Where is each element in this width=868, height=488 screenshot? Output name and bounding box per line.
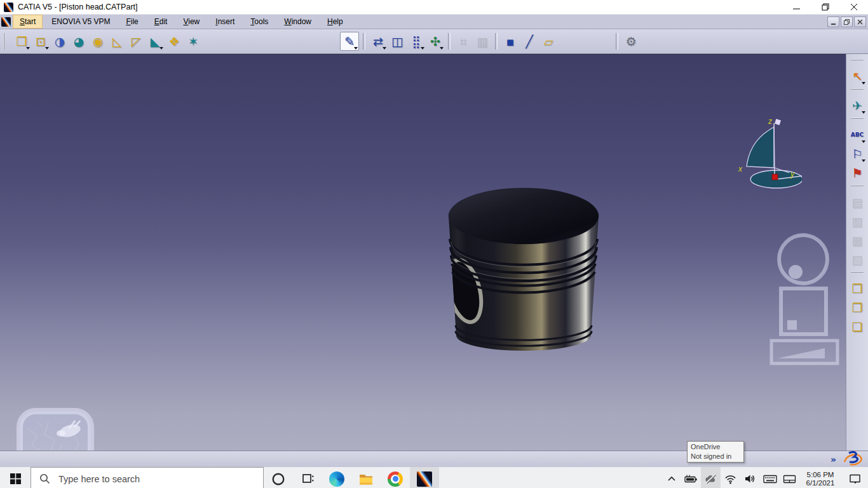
- menu-enovia[interactable]: ENOVIA V5 VPM: [45, 15, 116, 28]
- menu-tools[interactable]: Tools: [244, 15, 275, 28]
- tooltip-title: OneDrive: [691, 442, 740, 452]
- plane-icon[interactable]: ▱: [539, 32, 557, 50]
- chrome-button[interactable]: [381, 467, 410, 488]
- text-with-leader-icon[interactable]: ABC: [848, 126, 866, 144]
- task-view-icon: [301, 472, 315, 486]
- search-input[interactable]: [57, 473, 219, 485]
- battery-icon: [684, 474, 698, 484]
- wifi-icon: [724, 474, 736, 484]
- minimize-button[interactable]: [782, 0, 811, 14]
- hole-icon[interactable]: ◉: [89, 32, 107, 50]
- taskbar-search[interactable]: [31, 467, 264, 488]
- restore-button[interactable]: [811, 0, 839, 14]
- document-template-icon: ▦: [848, 231, 866, 249]
- catia-taskbar-button[interactable]: [410, 467, 439, 488]
- cortana-button[interactable]: [264, 467, 293, 488]
- tray-expand-button[interactable]: [661, 467, 681, 488]
- rib-icon[interactable]: ◺: [108, 32, 126, 50]
- auto-constraint-icon: ⌗: [454, 32, 472, 50]
- tray-clock[interactable]: 5:06 PM 6/1/2021: [799, 467, 841, 488]
- action-center-button[interactable]: [841, 467, 868, 488]
- tray-date: 6/1/2021: [806, 479, 835, 487]
- toolbar-grip: [851, 185, 864, 191]
- toolbar-grip: [851, 88, 864, 94]
- scaling-icon[interactable]: ✣: [426, 32, 444, 50]
- file-explorer-icon: [358, 471, 374, 487]
- flag-note-icon[interactable]: ⚐: [848, 145, 866, 163]
- touchpad-button[interactable]: [780, 467, 799, 488]
- main-menu: StartENOVIA V5 VPMFileEditViewInsertTool…: [13, 15, 353, 29]
- cortana-icon: [271, 472, 285, 486]
- menu-edit[interactable]: Edit: [148, 15, 174, 28]
- groove-icon[interactable]: ◕: [70, 32, 88, 50]
- 3d-compass[interactable]: z x y: [736, 113, 802, 194]
- pad-icon[interactable]: ❒: [13, 32, 31, 50]
- mdi-restore-button[interactable]: [841, 17, 853, 27]
- start-button[interactable]: [0, 467, 31, 488]
- shaft-icon[interactable]: ◑: [51, 32, 69, 50]
- pocket-icon[interactable]: ⊡: [32, 32, 50, 50]
- ghost-shapes: [763, 233, 845, 369]
- touch-keyboard-button[interactable]: [760, 467, 780, 488]
- speaker-icon: [744, 473, 756, 484]
- 3d-viewport[interactable]: z x y: [0, 54, 846, 451]
- catia-watermark: [15, 407, 95, 451]
- toolbar-grip: [851, 271, 864, 277]
- multi-sections-solid-icon[interactable]: ❖: [165, 32, 183, 50]
- menu-view[interactable]: View: [177, 15, 206, 28]
- compass-x-label: x: [738, 165, 743, 173]
- more-tools-chevron[interactable]: »: [831, 454, 836, 464]
- file-explorer-button[interactable]: [351, 467, 381, 488]
- catalog-browser-icon[interactable]: ❒: [848, 280, 866, 297]
- select-icon[interactable]: ↖: [848, 67, 866, 85]
- chrome-icon: [388, 471, 403, 487]
- menu-help[interactable]: Help: [321, 15, 349, 28]
- fly-mode-icon[interactable]: ✈: [848, 97, 866, 114]
- point-icon[interactable]: ▪: [501, 32, 519, 50]
- keyboard-icon: [763, 474, 777, 484]
- mirror-icon[interactable]: ◫: [388, 32, 406, 50]
- menu-start[interactable]: Start: [13, 15, 42, 28]
- line-icon[interactable]: ╱: [520, 32, 538, 50]
- system-tray: 5:06 PM 6/1/2021: [661, 467, 868, 488]
- weld-feature-icon[interactable]: ⚑: [848, 164, 866, 182]
- close-button[interactable]: [839, 0, 868, 14]
- knowledge-template-icon: ▧: [848, 250, 866, 268]
- task-view-button[interactable]: [293, 467, 322, 488]
- menu-file[interactable]: File: [119, 15, 144, 28]
- user-feature-icon: ▥: [848, 212, 866, 230]
- analysis-catalog-icon[interactable]: ❏: [848, 318, 866, 336]
- stiffener-icon[interactable]: ◣: [146, 32, 164, 50]
- chevron-up-icon: [667, 475, 676, 484]
- toolbar-grip: [3, 33, 9, 50]
- title-bar: CATIA V5 - [Piston head.CATPart]: [0, 0, 868, 15]
- volume-button[interactable]: [740, 467, 760, 488]
- battery-button[interactable]: [681, 467, 701, 488]
- taskbar: 5:06 PM 6/1/2021: [0, 467, 868, 488]
- translation-icon[interactable]: ⇄: [369, 32, 387, 50]
- powercopy-icon: ▤: [848, 193, 866, 211]
- window-title: CATIA V5 - [Piston head.CATPart]: [18, 3, 138, 11]
- rectangular-pattern-icon[interactable]: ⣿: [407, 32, 425, 50]
- wifi-button[interactable]: [721, 467, 740, 488]
- menu-window[interactable]: Window: [278, 15, 318, 28]
- onedrive-button[interactable]: [701, 467, 721, 488]
- action-center-icon: [849, 473, 861, 485]
- menu-insert[interactable]: Insert: [209, 15, 241, 28]
- piston-3d-model[interactable]: [440, 183, 607, 356]
- toolbar-grip: [851, 118, 864, 123]
- windows-logo-icon: [10, 473, 21, 484]
- tools-palette-icon[interactable]: ⚙: [622, 32, 640, 50]
- macro-catalog-icon[interactable]: ❐: [848, 299, 866, 316]
- catia-taskbar-icon: [417, 471, 432, 487]
- compass-z-label: z: [768, 117, 772, 126]
- dassault-3ds-logo: [843, 449, 863, 470]
- mdi-minimize-button[interactable]: [827, 17, 839, 27]
- onedrive-cloud-slash-icon: [705, 473, 717, 485]
- tooltip-status: Not signed in: [691, 452, 740, 461]
- slot-icon[interactable]: ◸: [127, 32, 145, 50]
- removed-multi-sections-icon[interactable]: ✶: [184, 32, 202, 50]
- edge-button[interactable]: [322, 467, 351, 488]
- mdi-close-button[interactable]: [854, 17, 866, 27]
- sketcher-icon[interactable]: ✎: [340, 32, 359, 51]
